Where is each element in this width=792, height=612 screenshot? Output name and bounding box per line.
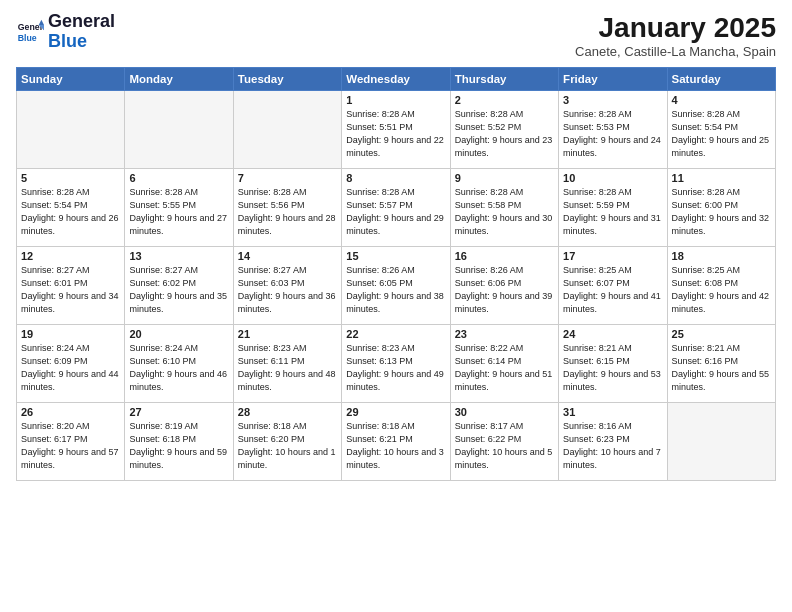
weekday-header-saturday: Saturday bbox=[667, 68, 775, 91]
day-number: 15 bbox=[346, 250, 445, 262]
day-info: Sunrise: 8:28 AM Sunset: 6:00 PM Dayligh… bbox=[672, 186, 771, 238]
calendar-table: SundayMondayTuesdayWednesdayThursdayFrid… bbox=[16, 67, 776, 481]
day-number: 11 bbox=[672, 172, 771, 184]
day-cell-18: 18Sunrise: 8:25 AM Sunset: 6:08 PM Dayli… bbox=[667, 247, 775, 325]
day-info: Sunrise: 8:28 AM Sunset: 5:54 PM Dayligh… bbox=[672, 108, 771, 160]
day-info: Sunrise: 8:23 AM Sunset: 6:13 PM Dayligh… bbox=[346, 342, 445, 394]
day-cell-12: 12Sunrise: 8:27 AM Sunset: 6:01 PM Dayli… bbox=[17, 247, 125, 325]
day-info: Sunrise: 8:27 AM Sunset: 6:02 PM Dayligh… bbox=[129, 264, 228, 316]
day-number: 5 bbox=[21, 172, 120, 184]
week-row-5: 26Sunrise: 8:20 AM Sunset: 6:17 PM Dayli… bbox=[17, 403, 776, 481]
day-info: Sunrise: 8:28 AM Sunset: 5:59 PM Dayligh… bbox=[563, 186, 662, 238]
day-info: Sunrise: 8:26 AM Sunset: 6:05 PM Dayligh… bbox=[346, 264, 445, 316]
day-info: Sunrise: 8:24 AM Sunset: 6:10 PM Dayligh… bbox=[129, 342, 228, 394]
day-cell-24: 24Sunrise: 8:21 AM Sunset: 6:15 PM Dayli… bbox=[559, 325, 667, 403]
day-cell-25: 25Sunrise: 8:21 AM Sunset: 6:16 PM Dayli… bbox=[667, 325, 775, 403]
weekday-header-friday: Friday bbox=[559, 68, 667, 91]
day-number: 31 bbox=[563, 406, 662, 418]
day-cell-26: 26Sunrise: 8:20 AM Sunset: 6:17 PM Dayli… bbox=[17, 403, 125, 481]
empty-cell bbox=[233, 91, 341, 169]
empty-cell bbox=[667, 403, 775, 481]
day-number: 29 bbox=[346, 406, 445, 418]
weekday-header-wednesday: Wednesday bbox=[342, 68, 450, 91]
day-info: Sunrise: 8:23 AM Sunset: 6:11 PM Dayligh… bbox=[238, 342, 337, 394]
day-info: Sunrise: 8:26 AM Sunset: 6:06 PM Dayligh… bbox=[455, 264, 554, 316]
day-info: Sunrise: 8:28 AM Sunset: 5:52 PM Dayligh… bbox=[455, 108, 554, 160]
day-cell-7: 7Sunrise: 8:28 AM Sunset: 5:56 PM Daylig… bbox=[233, 169, 341, 247]
day-cell-3: 3Sunrise: 8:28 AM Sunset: 5:53 PM Daylig… bbox=[559, 91, 667, 169]
weekday-header-row: SundayMondayTuesdayWednesdayThursdayFrid… bbox=[17, 68, 776, 91]
day-cell-21: 21Sunrise: 8:23 AM Sunset: 6:11 PM Dayli… bbox=[233, 325, 341, 403]
day-number: 30 bbox=[455, 406, 554, 418]
day-number: 24 bbox=[563, 328, 662, 340]
day-number: 14 bbox=[238, 250, 337, 262]
day-cell-9: 9Sunrise: 8:28 AM Sunset: 5:58 PM Daylig… bbox=[450, 169, 558, 247]
day-number: 1 bbox=[346, 94, 445, 106]
day-info: Sunrise: 8:25 AM Sunset: 6:07 PM Dayligh… bbox=[563, 264, 662, 316]
weekday-header-tuesday: Tuesday bbox=[233, 68, 341, 91]
weekday-header-thursday: Thursday bbox=[450, 68, 558, 91]
day-info: Sunrise: 8:19 AM Sunset: 6:18 PM Dayligh… bbox=[129, 420, 228, 472]
header: General Blue General Blue January 2025 C… bbox=[16, 12, 776, 59]
day-cell-31: 31Sunrise: 8:16 AM Sunset: 6:23 PM Dayli… bbox=[559, 403, 667, 481]
day-cell-16: 16Sunrise: 8:26 AM Sunset: 6:06 PM Dayli… bbox=[450, 247, 558, 325]
day-cell-28: 28Sunrise: 8:18 AM Sunset: 6:20 PM Dayli… bbox=[233, 403, 341, 481]
day-info: Sunrise: 8:21 AM Sunset: 6:15 PM Dayligh… bbox=[563, 342, 662, 394]
day-number: 22 bbox=[346, 328, 445, 340]
logo-icon: General Blue bbox=[16, 18, 44, 46]
logo-text: General Blue bbox=[48, 12, 115, 52]
day-info: Sunrise: 8:22 AM Sunset: 6:14 PM Dayligh… bbox=[455, 342, 554, 394]
day-cell-8: 8Sunrise: 8:28 AM Sunset: 5:57 PM Daylig… bbox=[342, 169, 450, 247]
day-number: 7 bbox=[238, 172, 337, 184]
day-number: 13 bbox=[129, 250, 228, 262]
day-cell-1: 1Sunrise: 8:28 AM Sunset: 5:51 PM Daylig… bbox=[342, 91, 450, 169]
day-number: 19 bbox=[21, 328, 120, 340]
day-info: Sunrise: 8:28 AM Sunset: 5:56 PM Dayligh… bbox=[238, 186, 337, 238]
day-number: 17 bbox=[563, 250, 662, 262]
day-cell-19: 19Sunrise: 8:24 AM Sunset: 6:09 PM Dayli… bbox=[17, 325, 125, 403]
day-number: 25 bbox=[672, 328, 771, 340]
week-row-3: 12Sunrise: 8:27 AM Sunset: 6:01 PM Dayli… bbox=[17, 247, 776, 325]
day-cell-14: 14Sunrise: 8:27 AM Sunset: 6:03 PM Dayli… bbox=[233, 247, 341, 325]
weekday-header-monday: Monday bbox=[125, 68, 233, 91]
day-cell-20: 20Sunrise: 8:24 AM Sunset: 6:10 PM Dayli… bbox=[125, 325, 233, 403]
day-info: Sunrise: 8:25 AM Sunset: 6:08 PM Dayligh… bbox=[672, 264, 771, 316]
day-number: 20 bbox=[129, 328, 228, 340]
page: General Blue General Blue January 2025 C… bbox=[0, 0, 792, 612]
week-row-2: 5Sunrise: 8:28 AM Sunset: 5:54 PM Daylig… bbox=[17, 169, 776, 247]
empty-cell bbox=[125, 91, 233, 169]
day-cell-22: 22Sunrise: 8:23 AM Sunset: 6:13 PM Dayli… bbox=[342, 325, 450, 403]
day-number: 2 bbox=[455, 94, 554, 106]
day-info: Sunrise: 8:21 AM Sunset: 6:16 PM Dayligh… bbox=[672, 342, 771, 394]
day-number: 6 bbox=[129, 172, 228, 184]
day-info: Sunrise: 8:28 AM Sunset: 5:55 PM Dayligh… bbox=[129, 186, 228, 238]
calendar-subtitle: Canete, Castille-La Mancha, Spain bbox=[575, 44, 776, 59]
day-info: Sunrise: 8:28 AM Sunset: 5:54 PM Dayligh… bbox=[21, 186, 120, 238]
week-row-4: 19Sunrise: 8:24 AM Sunset: 6:09 PM Dayli… bbox=[17, 325, 776, 403]
day-number: 18 bbox=[672, 250, 771, 262]
day-number: 12 bbox=[21, 250, 120, 262]
day-cell-23: 23Sunrise: 8:22 AM Sunset: 6:14 PM Dayli… bbox=[450, 325, 558, 403]
weekday-header-sunday: Sunday bbox=[17, 68, 125, 91]
day-cell-27: 27Sunrise: 8:19 AM Sunset: 6:18 PM Dayli… bbox=[125, 403, 233, 481]
day-cell-4: 4Sunrise: 8:28 AM Sunset: 5:54 PM Daylig… bbox=[667, 91, 775, 169]
day-info: Sunrise: 8:28 AM Sunset: 5:57 PM Dayligh… bbox=[346, 186, 445, 238]
day-cell-2: 2Sunrise: 8:28 AM Sunset: 5:52 PM Daylig… bbox=[450, 91, 558, 169]
day-number: 8 bbox=[346, 172, 445, 184]
week-row-1: 1Sunrise: 8:28 AM Sunset: 5:51 PM Daylig… bbox=[17, 91, 776, 169]
day-info: Sunrise: 8:17 AM Sunset: 6:22 PM Dayligh… bbox=[455, 420, 554, 472]
day-info: Sunrise: 8:28 AM Sunset: 5:53 PM Dayligh… bbox=[563, 108, 662, 160]
day-number: 10 bbox=[563, 172, 662, 184]
day-number: 23 bbox=[455, 328, 554, 340]
day-number: 3 bbox=[563, 94, 662, 106]
day-cell-30: 30Sunrise: 8:17 AM Sunset: 6:22 PM Dayli… bbox=[450, 403, 558, 481]
day-number: 27 bbox=[129, 406, 228, 418]
day-cell-6: 6Sunrise: 8:28 AM Sunset: 5:55 PM Daylig… bbox=[125, 169, 233, 247]
day-info: Sunrise: 8:24 AM Sunset: 6:09 PM Dayligh… bbox=[21, 342, 120, 394]
day-info: Sunrise: 8:27 AM Sunset: 6:01 PM Dayligh… bbox=[21, 264, 120, 316]
day-info: Sunrise: 8:28 AM Sunset: 5:51 PM Dayligh… bbox=[346, 108, 445, 160]
day-number: 21 bbox=[238, 328, 337, 340]
empty-cell bbox=[17, 91, 125, 169]
day-number: 4 bbox=[672, 94, 771, 106]
svg-text:Blue: Blue bbox=[18, 33, 37, 43]
